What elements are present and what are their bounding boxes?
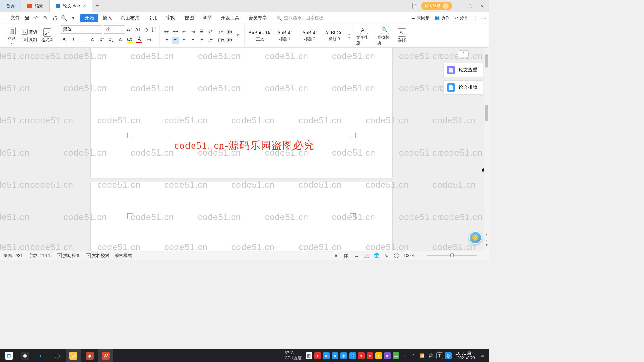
italic-button[interactable]: I [70, 36, 77, 43]
tray-app-icon[interactable]: ● [314, 352, 321, 359]
phonetic-icon[interactable]: 拼 [151, 26, 157, 33]
para-marks-button[interactable]: ¶ [235, 32, 242, 40]
hamburger-icon[interactable] [3, 16, 8, 20]
text-direction-button[interactable]: ↓A [217, 28, 225, 36]
tray-app-icon[interactable]: ▦ [306, 352, 312, 359]
plagiarism-check-button[interactable]: 📄论文查重 [443, 63, 483, 77]
tab-document[interactable]: 论文.doc✕ [50, 0, 92, 12]
select-button[interactable]: ↖选择 [394, 26, 410, 46]
redo-icon[interactable]: ↷ [42, 15, 48, 21]
collab-button[interactable]: 👥协作 [434, 15, 450, 21]
scrollbar-thumb[interactable] [485, 54, 488, 68]
tray-app-icon[interactable]: ● [375, 352, 382, 359]
wifi-icon[interactable]: 📶 [419, 352, 426, 359]
minimize-button[interactable]: — [454, 1, 464, 11]
subscript-button[interactable]: X₂ [108, 36, 114, 43]
menu-view[interactable]: 视图 [180, 14, 198, 22]
web-view-icon[interactable]: 🌐 [373, 252, 380, 259]
taskbar-app-2[interactable]: ◆ [82, 349, 97, 362]
taskbar-ie[interactable]: e [34, 349, 49, 362]
cut-button[interactable]: ✂剪切 [21, 28, 38, 36]
scroll-mark-icon[interactable]: ○ [484, 237, 489, 242]
align-right-button[interactable]: ≡ [180, 37, 188, 44]
share-button[interactable]: ↗分享 [454, 15, 468, 21]
pen-icon[interactable]: ✎ [383, 252, 390, 259]
start-button[interactable]: ⊞ [1, 349, 17, 362]
strikethrough-button[interactable]: A [89, 36, 96, 43]
taskbar-wps[interactable]: W [98, 349, 113, 362]
tray-app-icon[interactable]: ◆ [323, 352, 330, 359]
copy-button[interactable]: ⧉复制 [21, 36, 38, 43]
tray-app-icon[interactable]: ◆ [340, 352, 347, 359]
eye-icon[interactable]: 👁 [333, 252, 339, 259]
tray-app-icon[interactable]: ● [358, 352, 365, 359]
thesis-layout-button[interactable]: 📄论文排版 [443, 80, 483, 95]
font-name-input[interactable] [61, 25, 102, 34]
style-heading2[interactable]: AaBbC标题 2 [298, 26, 322, 45]
highlight-button[interactable]: ab [126, 36, 133, 43]
tray-app-icon[interactable]: ◆ [384, 352, 391, 359]
qat-dropdown-icon[interactable]: ▾ [70, 15, 76, 21]
file-menu[interactable]: 文件 [11, 15, 20, 21]
grow-font-icon[interactable]: A↑ [126, 26, 133, 33]
sort-button[interactable]: ☰ [198, 28, 205, 35]
page-indicator[interactable]: 页面: 2/31 [3, 253, 23, 259]
style-heading1[interactable]: AaBbC标题 1 [273, 26, 297, 45]
format-painter-button[interactable]: 🖌格式刷 [40, 26, 55, 46]
char-border-button[interactable]: ▭ [145, 36, 152, 43]
line-spacing-button[interactable]: ↕≡ [207, 37, 214, 44]
collapse-ribbon-icon[interactable]: ︿ [482, 15, 486, 21]
font-color-button[interactable]: A [136, 36, 143, 43]
sync-status[interactable]: ☁未同步 [411, 15, 430, 21]
proofread-toggle[interactable]: ✓文档校对 [86, 253, 109, 259]
styles-gallery[interactable]: AaBbCcDd正文 AaBbC标题 1 AaBbC标题 2 AaBbCcI标题… [248, 26, 351, 45]
bullets-button[interactable]: ≡▾ [163, 28, 170, 35]
system-clock[interactable]: 10:31 周一2021/8/23 [454, 351, 477, 360]
menu-layout[interactable]: 页面布局 [117, 14, 144, 22]
notifications-icon[interactable]: ▭ [479, 352, 486, 359]
volume-icon[interactable]: 🔊 [428, 352, 434, 359]
style-normal[interactable]: AaBbCcDd正文 [248, 26, 272, 45]
command-search[interactable]: 🔍查找命令、搜索模板 [276, 15, 323, 21]
decrease-indent-button[interactable]: ⇤ [180, 28, 188, 35]
shrink-font-icon[interactable]: A↓ [135, 26, 141, 33]
print-preview-icon[interactable]: 🔍 [61, 15, 67, 21]
tab-stop-button[interactable]: ⇄ [207, 28, 214, 35]
close-window-button[interactable]: ✕ [477, 1, 486, 11]
find-replace-button[interactable]: 🔍查找替换 [377, 26, 393, 46]
font-size-input[interactable] [104, 25, 125, 34]
tab-daoke[interactable]: 稻壳 [21, 0, 50, 12]
zoom-knob[interactable] [450, 253, 454, 257]
numbering-button[interactable]: ≣▾ [172, 28, 179, 35]
save-icon[interactable]: 🖫 [23, 15, 30, 21]
styles-scroll[interactable]: ▲▼ [347, 33, 351, 39]
menu-member[interactable]: 会员专享 [244, 14, 271, 22]
style-heading3[interactable]: AaBbCcI标题 3 [322, 26, 346, 45]
tray-app-icon[interactable]: ● [367, 352, 373, 359]
document-area[interactable]: 目录 code51. cn-源码乐园盗图必究 code51.cn code51.… [0, 48, 489, 251]
page-view-icon[interactable]: ▦ [343, 252, 350, 259]
clear-format-icon[interactable]: ◇ [143, 26, 149, 33]
tray-app-icon[interactable]: ◆ [332, 352, 338, 359]
close-tab-icon[interactable]: ✕ [83, 4, 86, 8]
taskbar-app-1[interactable]: ◉ [17, 349, 33, 362]
more-menu[interactable]: ⋮ [473, 15, 478, 20]
increase-indent-button[interactable]: ⇥ [189, 28, 197, 35]
bold-button[interactable]: B [61, 36, 67, 43]
superscript-button[interactable]: X² [98, 36, 105, 43]
spell-check-toggle[interactable]: ✓拼写检查 [57, 253, 80, 259]
tray-app-icon[interactable]: ▬ [393, 352, 399, 359]
tab-count-badge[interactable]: 1 [412, 3, 419, 9]
bluetooth-icon[interactable]: ᚼ [401, 352, 408, 359]
taskbar-explorer[interactable]: 📁 [66, 349, 81, 362]
zoom-slider[interactable] [427, 255, 477, 256]
indent-ruler-button[interactable]: ⊞▾ [226, 28, 233, 36]
print-icon[interactable]: 🖨 [52, 15, 58, 21]
tab-home[interactable]: 首页 [0, 0, 21, 12]
scroll-down-icon[interactable]: ▼ [484, 243, 489, 247]
tray-shield-icon[interactable]: 🛡 [349, 352, 356, 359]
scroll-up-icon[interactable]: ▲ [484, 232, 489, 237]
shading-button[interactable]: ◫▾ [217, 36, 225, 44]
tray-app-icon[interactable]: Q [445, 352, 452, 359]
align-center-button[interactable]: ≡ [172, 37, 179, 44]
